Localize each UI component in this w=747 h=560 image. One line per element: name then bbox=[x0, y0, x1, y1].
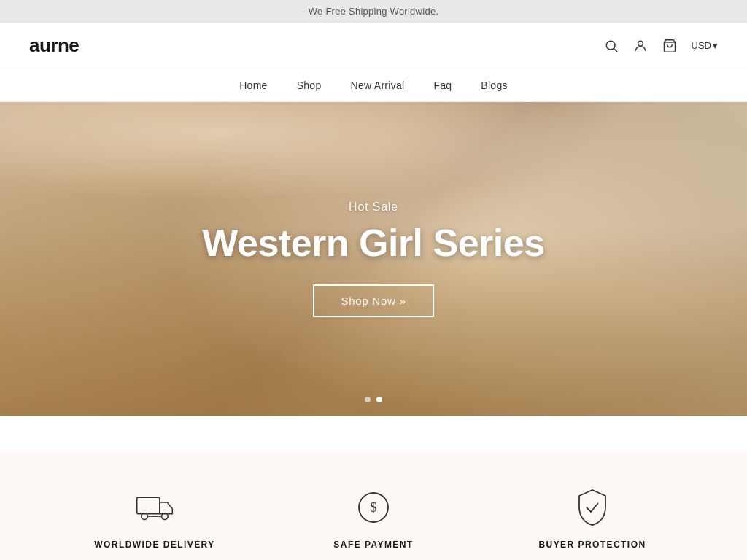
nav-item-new-arrival[interactable]: New Arrival bbox=[351, 79, 405, 91]
announcement-text: We Free Shipping Worldwide. bbox=[309, 6, 439, 17]
cart-icon[interactable] bbox=[662, 39, 677, 53]
nav-item-blogs[interactable]: Blogs bbox=[481, 79, 507, 91]
nav-item-faq[interactable]: Faq bbox=[433, 79, 452, 91]
search-icon[interactable] bbox=[604, 39, 619, 53]
currency-selector[interactable]: USD ▾ bbox=[692, 40, 718, 51]
svg-point-0 bbox=[606, 41, 615, 50]
slide-dot-1[interactable] bbox=[365, 397, 371, 402]
features-section: WORLDWIDE DELIVERY Fast Shipping to over… bbox=[0, 452, 747, 560]
feature-payment-title: SAFE PAYMENT bbox=[333, 540, 413, 550]
hero-title: Western Girl Series bbox=[202, 222, 544, 264]
svg-rect-4 bbox=[137, 497, 160, 514]
feature-protection-title: BUYER PROTECTION bbox=[538, 540, 646, 550]
nav-item-home[interactable]: Home bbox=[239, 79, 267, 91]
feature-worldwide-title: WORLDWIDE DELIVERY bbox=[94, 540, 214, 550]
svg-point-2 bbox=[638, 41, 643, 46]
currency-chevron: ▾ bbox=[713, 40, 718, 51]
shop-now-button[interactable]: Shop Now » bbox=[313, 284, 433, 317]
shield-icon bbox=[573, 489, 611, 526]
svg-text:$: $ bbox=[371, 500, 377, 515]
feature-payment-desc: Secure Payment VIA Paypal, Don't keep an… bbox=[293, 557, 454, 560]
feature-protection-desc: 7-day Satisfaction Guarantee, Full Refun… bbox=[512, 557, 673, 560]
slide-dot-2[interactable] bbox=[376, 397, 382, 402]
hero-content: Hot Sale Western Girl Series Shop Now » bbox=[0, 102, 747, 416]
announcement-bar: We Free Shipping Worldwide. bbox=[0, 0, 747, 23]
hero-section: Hot Sale Western Girl Series Shop Now » bbox=[0, 102, 747, 416]
feature-worldwide-delivery: WORLDWIDE DELIVERY Fast Shipping to over… bbox=[74, 489, 235, 560]
feature-buyer-protection: BUYER PROTECTION 7-day Satisfaction Guar… bbox=[512, 489, 673, 560]
currency-label: USD bbox=[692, 40, 711, 51]
main-nav: Home Shop New Arrival Faq Blogs bbox=[0, 69, 747, 102]
feature-worldwide-desc: Fast Shipping to over 200+ countries, Pa… bbox=[74, 557, 235, 560]
header: aurne USD ▾ bbox=[0, 23, 747, 69]
header-icons: USD ▾ bbox=[604, 39, 718, 53]
hero-subtitle: Hot Sale bbox=[349, 201, 398, 214]
feature-safe-payment: $ SAFE PAYMENT Secure Payment VIA Paypal… bbox=[293, 489, 454, 560]
spacer bbox=[0, 416, 747, 452]
account-icon[interactable] bbox=[633, 39, 648, 53]
slide-indicators bbox=[365, 397, 382, 402]
nav-item-shop[interactable]: Shop bbox=[297, 79, 322, 91]
dollar-icon: $ bbox=[355, 489, 392, 526]
truck-icon bbox=[136, 489, 174, 526]
svg-line-1 bbox=[614, 48, 617, 52]
logo[interactable]: aurne bbox=[29, 34, 79, 57]
